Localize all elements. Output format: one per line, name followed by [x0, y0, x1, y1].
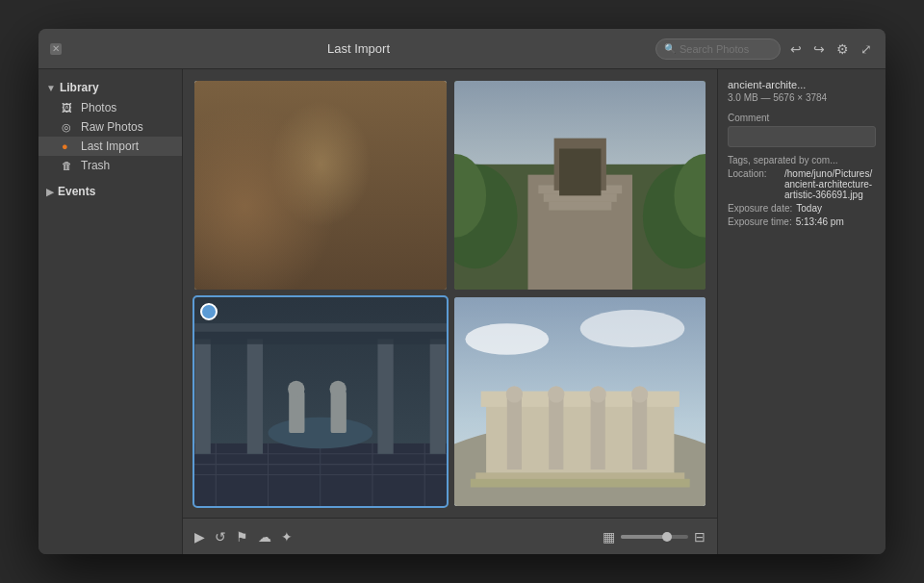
rp-comment-input[interactable]: [728, 126, 876, 147]
settings-icon[interactable]: ⚙: [834, 39, 851, 59]
svg-point-35: [269, 418, 373, 449]
rp-exposure-time-key: Exposure time:: [728, 216, 792, 227]
rp-exposure-date-value: Today: [796, 203, 822, 214]
svg-rect-0: [194, 81, 447, 290]
events-arrow: ▶: [46, 187, 54, 197]
content-area: ▶ ↺ ⚑ ☁ ✦ ▦ ⊟: [183, 69, 717, 554]
search-icon: 🔍: [664, 43, 676, 54]
rp-tags-label: Tags, separated by com...: [728, 155, 876, 165]
trash-icon: 🗑: [62, 160, 75, 171]
sidebar-library-header[interactable]: ▼ Library: [38, 77, 182, 98]
photos-icon: 🖼: [62, 102, 75, 114]
svg-rect-33: [377, 339, 393, 453]
library-arrow: ▼: [46, 83, 56, 93]
sidebar-item-label: Last Import: [81, 139, 139, 153]
bottom-toolbar-right: ▦ ⊟: [603, 529, 706, 545]
rp-location-key: Location:: [728, 168, 781, 200]
svg-point-44: [579, 310, 684, 347]
svg-point-43: [465, 323, 549, 355]
sidebar-item-label: Trash: [81, 159, 110, 172]
svg-point-55: [630, 386, 647, 402]
tag-icon[interactable]: ✦: [281, 529, 293, 545]
svg-rect-38: [331, 392, 346, 433]
close-button[interactable]: ✕: [50, 43, 62, 55]
selection-dot: [201, 304, 214, 317]
rp-exposure-time-row: Exposure time: 5:13:46 pm: [728, 216, 876, 227]
flag-icon[interactable]: ⚑: [236, 529, 248, 545]
svg-rect-54: [632, 396, 647, 469]
photo-cell-1[interactable]: [194, 81, 447, 290]
events-label: Events: [58, 185, 95, 198]
photo-cell-2[interactable]: [454, 81, 706, 290]
svg-rect-8: [194, 81, 447, 149]
photo-placeholder-4: [454, 297, 706, 506]
back-icon[interactable]: ↩: [788, 39, 804, 59]
window-title: Last Import: [62, 41, 655, 56]
sidebar-item-last-import[interactable]: ● Last Import: [38, 137, 182, 156]
search-box[interactable]: 🔍: [655, 38, 781, 60]
svg-rect-1: [194, 227, 447, 290]
svg-rect-48: [506, 396, 521, 469]
sidebar: ▼ Library 🖼 Photos ◎ Raw Photos ● Last I…: [38, 69, 183, 554]
rp-exposure-date-key: Exposure date:: [728, 203, 792, 214]
svg-rect-52: [590, 396, 604, 469]
main-layout: ▼ Library 🖼 Photos ◎ Raw Photos ● Last I…: [38, 69, 886, 554]
svg-rect-31: [195, 339, 211, 453]
right-panel: ancient-archite... 3.0 MB — 5676 × 3784 …: [717, 69, 886, 554]
svg-point-53: [589, 386, 605, 402]
app-window: ✕ Last Import 🔍 ↩ ↪ ⚙ ⤢ ▼ Library 🖼 Phot…: [38, 29, 886, 554]
sidebar-events-header[interactable]: ▶ Events: [38, 181, 182, 202]
rp-location-value: /home/juno/Pictures/ancient-architecture…: [784, 168, 876, 200]
bottom-toolbar: ▶ ↺ ⚑ ☁ ✦ ▦ ⊟: [183, 518, 717, 554]
rp-filename: ancient-archite...: [728, 79, 876, 90]
sidebar-item-photos[interactable]: 🖼 Photos: [38, 98, 182, 117]
photo-cell-4[interactable]: [454, 297, 706, 506]
raw-icon: ◎: [62, 121, 75, 134]
svg-rect-5: [289, 154, 321, 206]
photo-placeholder-3: [194, 297, 447, 506]
svg-rect-57: [470, 479, 689, 488]
sidebar-item-raw[interactable]: ◎ Raw Photos: [38, 117, 182, 137]
svg-rect-2: [195, 143, 446, 248]
svg-rect-6: [331, 154, 363, 206]
zoom-slider[interactable]: [621, 535, 688, 539]
zoom-thumb[interactable]: [662, 532, 672, 542]
svg-rect-36: [289, 392, 304, 433]
title-bar: ✕ Last Import 🔍 ↩ ↪ ⚙ ⤢: [38, 29, 886, 69]
svg-point-49: [505, 386, 522, 402]
grid-icon[interactable]: ▦: [603, 529, 615, 545]
photo-placeholder-1: [194, 81, 447, 290]
photo-placeholder-2: [454, 81, 706, 290]
cloud-icon[interactable]: ☁: [258, 529, 271, 545]
library-label: Library: [60, 81, 99, 94]
svg-rect-14: [549, 202, 611, 211]
fullscreen-icon[interactable]: ⤢: [859, 39, 874, 59]
svg-point-37: [288, 381, 304, 397]
sidebar-item-trash[interactable]: 🗑 Trash: [38, 156, 182, 175]
svg-point-51: [548, 386, 564, 402]
export-icon[interactable]: ⊟: [694, 529, 706, 545]
svg-rect-32: [247, 339, 263, 453]
forward-icon[interactable]: ↪: [811, 39, 827, 59]
bottom-toolbar-left: ▶ ↺ ⚑ ☁ ✦: [194, 529, 293, 545]
search-input[interactable]: [680, 43, 766, 55]
rp-comment-label: Comment: [728, 113, 876, 123]
play-icon[interactable]: ▶: [194, 529, 205, 545]
rp-fileinfo: 3.0 MB — 5676 × 3784: [728, 92, 876, 103]
svg-rect-16: [559, 149, 601, 196]
rotate-icon[interactable]: ↺: [215, 529, 226, 545]
svg-rect-4: [247, 154, 279, 206]
photo-grid: [183, 69, 717, 518]
sidebar-item-label: Photos: [81, 101, 116, 114]
rp-exposure-date-row: Exposure date: Today: [728, 203, 876, 214]
rp-exposure-time-value: 5:13:46 pm: [796, 216, 844, 227]
last-import-icon: ●: [62, 140, 75, 152]
toolbar-right: 🔍 ↩ ↪ ⚙ ⤢: [655, 38, 874, 60]
svg-rect-7: [372, 154, 404, 206]
photo-cell-3[interactable]: [194, 297, 447, 506]
sidebar-item-label: Raw Photos: [81, 120, 143, 134]
svg-rect-50: [549, 396, 563, 469]
svg-point-39: [330, 381, 346, 397]
svg-rect-34: [430, 339, 446, 453]
svg-rect-41: [194, 323, 447, 332]
